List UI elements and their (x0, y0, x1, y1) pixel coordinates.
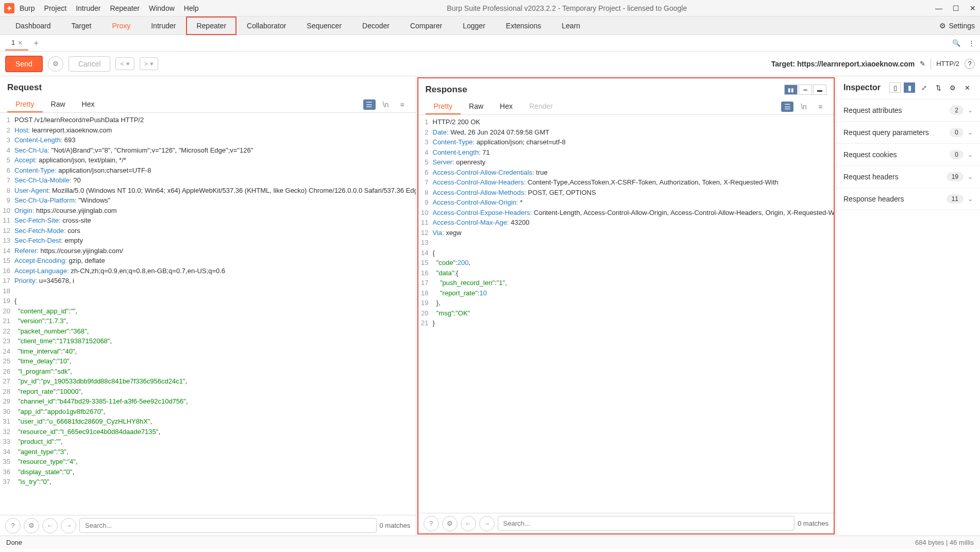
inspector-row-label: Response headers (843, 195, 947, 203)
inspector-row[interactable]: Response headers11⌄ (836, 188, 980, 210)
tab-sequencer[interactable]: Sequencer (296, 16, 352, 35)
layout-horiz-icon[interactable]: ═ (799, 85, 812, 95)
count-badge: 0 (950, 128, 964, 137)
chevron-down-icon: ⌄ (968, 129, 973, 136)
edit-target-icon[interactable]: ✎ (920, 60, 925, 68)
view-tab-render[interactable]: Render (521, 99, 561, 114)
close-icon[interactable]: ✕ (970, 4, 976, 12)
inspector-row[interactable]: Request attributes2⌄ (836, 99, 980, 122)
close-tab-icon[interactable]: × (18, 39, 22, 47)
count-badge: 2 (950, 106, 964, 115)
cancel-button[interactable]: Cancel (69, 56, 111, 72)
view-tab-hex[interactable]: Hex (74, 97, 103, 112)
newline-icon[interactable]: \n (798, 102, 810, 112)
tab-dashboard[interactable]: Dashboard (5, 16, 61, 35)
tab-repeater[interactable]: Repeater (186, 16, 236, 35)
layout-a-icon[interactable]: ▯ (889, 82, 901, 93)
pretty-toggle-icon[interactable]: ☰ (363, 99, 376, 110)
request-panel: Request PrettyRawHex ☰ \n ≡ 1POST /v1/le… (0, 76, 416, 536)
minimize-icon[interactable]: — (935, 4, 942, 12)
tab-learn[interactable]: Learn (551, 16, 590, 35)
prev-match-icon[interactable]: ← (42, 518, 58, 533)
hamburger-icon[interactable]: ≡ (814, 102, 826, 112)
help-icon[interactable]: ? (965, 59, 975, 69)
hamburger-icon[interactable]: ≡ (396, 99, 409, 110)
response-search-input[interactable] (498, 516, 795, 531)
request-view-tabs: PrettyRawHex ☰ \n ≡ (0, 93, 416, 113)
menu-window[interactable]: Window (149, 4, 175, 12)
tab-decoder[interactable]: Decoder (352, 16, 400, 35)
chevron-down-icon: ⌄ (968, 107, 973, 114)
response-footer: ? ⚙ ← → 0 matches (418, 513, 834, 533)
inspector-title: Inspector (843, 83, 881, 92)
gear-icon: ⚙ (939, 22, 946, 30)
maximize-icon[interactable]: ☐ (953, 4, 959, 12)
options-icon[interactable]: ⋮ (968, 39, 975, 47)
inspector-panel: Inspector ▯ ▮ ⤢ ⇅ ⚙ ✕ Request attributes… (836, 76, 980, 536)
view-tab-pretty[interactable]: Pretty (426, 99, 461, 114)
next-match-icon[interactable]: → (61, 518, 76, 533)
pretty-toggle-icon[interactable]: ☰ (781, 102, 793, 112)
inspector-row[interactable]: Request headers19⌄ (836, 166, 980, 188)
menu-repeater[interactable]: Repeater (110, 4, 140, 12)
window-title: Burp Suite Professional v2023.2.2 - Temp… (199, 4, 935, 12)
response-panel: Response ▮▮ ═ ▬ PrettyRawHexRender ☰ \n … (417, 77, 835, 534)
settings-link[interactable]: ⚙ Settings (939, 22, 975, 30)
history-forward-button[interactable]: > ▾ (140, 57, 159, 70)
tab-target[interactable]: Target (61, 16, 102, 35)
gear-icon[interactable]: ⚙ (947, 82, 958, 93)
response-match-count: 0 matches (798, 520, 829, 527)
tab-logger[interactable]: Logger (452, 16, 496, 35)
request-editor[interactable]: 1POST /v1/learnRecord/rePushData HTTP/22… (0, 113, 416, 515)
response-title: Response (426, 85, 467, 95)
layout-b-icon[interactable]: ▮ (904, 82, 915, 93)
newline-icon[interactable]: \n (380, 99, 392, 110)
inspector-row-label: Request cookies (843, 150, 950, 159)
inspector-row[interactable]: Request query parameters0⌄ (836, 122, 980, 144)
inspector-row[interactable]: Request cookies0⌄ (836, 144, 980, 166)
view-tab-raw[interactable]: Raw (461, 99, 492, 114)
tab-proxy[interactable]: Proxy (102, 16, 141, 35)
tab-label: 1 (11, 39, 15, 46)
repeater-tab-1[interactable]: 1 × (5, 36, 28, 51)
tab-intruder[interactable]: Intruder (141, 16, 186, 35)
request-search-input[interactable] (79, 518, 377, 533)
tab-collaborator[interactable]: Collaborator (236, 16, 296, 35)
prev-match-icon[interactable]: ← (461, 516, 476, 531)
view-tab-hex[interactable]: Hex (492, 99, 521, 114)
main-tab-bar: DashboardTargetProxyIntruderRepeaterColl… (0, 16, 980, 35)
menu-project[interactable]: Project (44, 4, 67, 12)
tab-extensions[interactable]: Extensions (496, 16, 551, 35)
menu-intruder[interactable]: Intruder (76, 4, 100, 12)
request-footer: ? ⚙ ← → 0 matches (0, 515, 416, 536)
settings-label: Settings (949, 22, 975, 30)
chevron-down-icon: ⌄ (968, 173, 973, 180)
response-view-tabs: PrettyRawHexRender ☰ \n ≡ (418, 95, 834, 115)
workspace: Request PrettyRawHex ☰ \n ≡ 1POST /v1/le… (0, 76, 980, 536)
expand-icon[interactable]: ⤢ (918, 82, 930, 93)
next-match-icon[interactable]: → (479, 516, 495, 531)
response-viewer[interactable]: 1HTTP/2 200 OK2Date: Wed, 26 Jun 2024 07… (418, 115, 834, 513)
http-version-label: HTTP/2 (936, 60, 959, 68)
chevron-down-icon: ⌄ (968, 195, 973, 203)
history-back-button[interactable]: < ▾ (115, 57, 134, 70)
view-tab-pretty[interactable]: Pretty (7, 97, 43, 112)
filter-icon[interactable]: ⇅ (933, 82, 944, 93)
view-tab-raw[interactable]: Raw (43, 97, 74, 112)
settings-button[interactable]: ⚙ (48, 56, 63, 72)
add-tab-button[interactable]: + (28, 36, 43, 51)
config-icon[interactable]: ⚙ (24, 518, 39, 533)
menu-burp[interactable]: Burp (20, 4, 35, 12)
layout-split-icon[interactable]: ▮▮ (784, 85, 798, 95)
inspector-row-label: Request headers (843, 173, 947, 181)
send-button[interactable]: Send (5, 56, 43, 72)
config-icon[interactable]: ⚙ (442, 516, 458, 531)
help-icon[interactable]: ? (5, 518, 21, 533)
menu-help[interactable]: Help (184, 4, 199, 12)
request-title: Request (7, 82, 42, 93)
close-icon[interactable]: ✕ (961, 82, 973, 93)
search-icon[interactable]: 🔍 (952, 39, 960, 47)
tab-comparer[interactable]: Comparer (400, 16, 452, 35)
layout-single-icon[interactable]: ▬ (813, 85, 826, 95)
help-icon[interactable]: ? (424, 516, 439, 531)
